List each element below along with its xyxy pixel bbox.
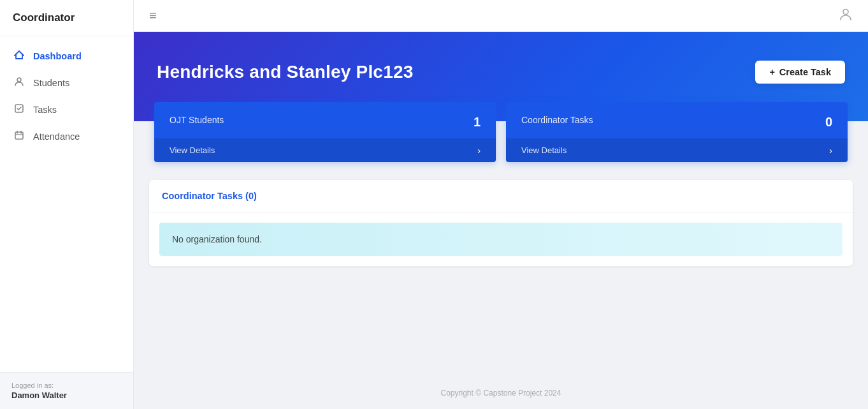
stat-card-tasks: Coordinator Tasks 0 View Details › bbox=[506, 102, 848, 162]
create-task-plus-icon: + bbox=[769, 67, 774, 77]
stats-row: OJT Students 1 View Details › Coordinato… bbox=[134, 102, 868, 162]
dashboard-icon bbox=[13, 50, 25, 63]
hero-title: Hendricks and Stanley Plc123 bbox=[157, 62, 413, 82]
tasks-icon bbox=[13, 103, 25, 116]
sidebar-item-attendance[interactable]: Attendance bbox=[0, 123, 133, 150]
attendance-icon bbox=[13, 130, 25, 143]
copyright-text: Copyright © Capstone Project 2024 bbox=[441, 389, 561, 398]
stat-card-value-tasks: 0 bbox=[825, 115, 832, 130]
sidebar-item-tasks[interactable]: Tasks bbox=[0, 96, 133, 123]
app-logo: Coordinator bbox=[0, 0, 133, 36]
coordinator-tasks-section: Coordinator Tasks (0) No organization fo… bbox=[149, 180, 853, 266]
user-icon[interactable] bbox=[839, 7, 853, 24]
stat-card-students: OJT Students 1 View Details › bbox=[154, 102, 496, 162]
view-details-tasks-label: View Details bbox=[521, 145, 567, 155]
sidebar-item-students[interactable]: Students bbox=[0, 70, 133, 96]
sidebar-item-label-dashboard: Dashboard bbox=[33, 51, 82, 61]
hamburger-button[interactable]: ≡ bbox=[149, 8, 157, 23]
view-details-students-arrow: › bbox=[477, 145, 481, 156]
svg-point-0 bbox=[17, 78, 21, 82]
stat-card-label-tasks: Coordinator Tasks bbox=[521, 115, 593, 125]
stat-card-body-tasks: Coordinator Tasks 0 bbox=[506, 102, 848, 138]
topbar: ≡ bbox=[134, 0, 868, 32]
stat-card-body-students: OJT Students 1 bbox=[154, 102, 496, 138]
main-content: ≡ Hendricks and Stanley Plc123 + Create … bbox=[134, 0, 868, 409]
sidebar-footer: Logged in as: Damon Walter bbox=[0, 372, 133, 409]
stat-card-footer-students[interactable]: View Details › bbox=[154, 138, 496, 162]
coordinator-tasks-header: Coordinator Tasks (0) bbox=[149, 180, 853, 212]
no-org-message: No organization found. bbox=[159, 223, 843, 256]
stat-card-label-students: OJT Students bbox=[170, 115, 224, 125]
students-icon bbox=[13, 77, 25, 89]
logged-in-name: Damon Walter bbox=[11, 390, 122, 400]
main-footer: Copyright © Capstone Project 2024 bbox=[134, 377, 868, 409]
logged-in-label: Logged in as: bbox=[11, 382, 122, 389]
svg-rect-2 bbox=[15, 132, 23, 139]
create-task-button[interactable]: + Create Task bbox=[755, 61, 845, 84]
sidebar-item-label-attendance: Attendance bbox=[33, 131, 80, 142]
stat-card-value-students: 1 bbox=[474, 115, 481, 130]
sidebar: Coordinator Dashboard Students bbox=[0, 0, 134, 409]
sidebar-item-dashboard[interactable]: Dashboard bbox=[0, 43, 133, 70]
sidebar-item-label-students: Students bbox=[33, 78, 69, 88]
view-details-students-label: View Details bbox=[170, 145, 215, 155]
coordinator-tasks-title: Coordinator Tasks (0) bbox=[162, 191, 257, 201]
stat-card-footer-tasks[interactable]: View Details › bbox=[506, 138, 848, 162]
svg-point-6 bbox=[843, 10, 848, 15]
create-task-label: Create Task bbox=[779, 67, 831, 77]
view-details-tasks-arrow: › bbox=[829, 145, 832, 156]
sidebar-item-label-tasks: Tasks bbox=[33, 105, 57, 115]
sidebar-nav: Dashboard Students Tasks bbox=[0, 36, 133, 372]
